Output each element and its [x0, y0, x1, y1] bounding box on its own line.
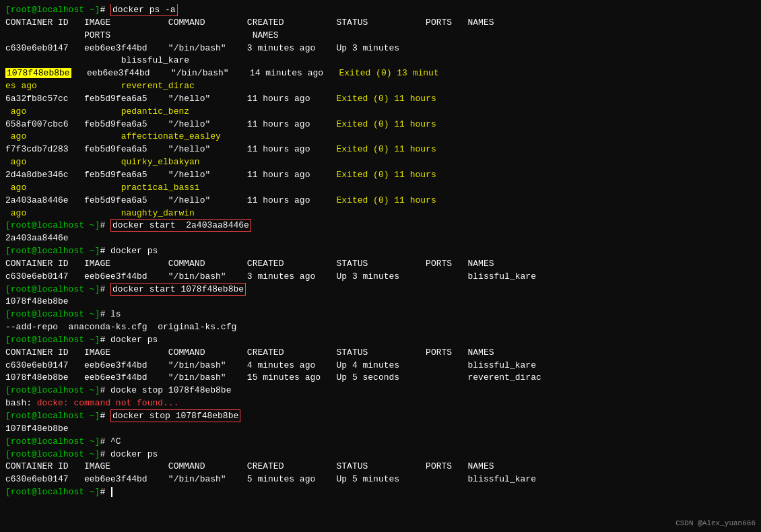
prompt-1: [root@localhost ~] [5, 5, 100, 15]
line-f7f3b: ago quirky_elbakyan [5, 156, 756, 169]
line-c630-name: blissful_kare [5, 55, 756, 67]
line-header-1: CONTAINER ID IMAGE COMMAND CREATED STATU… [5, 17, 756, 30]
line-658ab: ago affectionate_easley [5, 131, 756, 143]
line-6a32b: ago pedantic_benz [5, 106, 756, 119]
highlight-1078: 1078f48eb8be [5, 68, 71, 78]
highlight-cmd-2: docker start 2a403aa8446e [110, 219, 251, 232]
line-error: bash: docke: command not found... [5, 397, 756, 410]
line-1078-3: 1078f48eb8be eeb6ee3f44bd "/bin/bash" 15… [5, 372, 756, 385]
line-2a40b: ago naughty_darwin [5, 207, 756, 220]
watermark: CSDN @Alex_yuan666 [675, 519, 756, 529]
highlight-cmd-3: docker start 1078f48eb8be [110, 283, 246, 296]
line-2a40-output: 2a403aa8446e [5, 232, 756, 245]
line-658a: 658af007cbc6 feb5d9fea6a5 "/hello" 11 ho… [5, 119, 756, 131]
line-1078-output: 1078f48eb8be [5, 296, 756, 308]
highlight-cmd-1: docker ps -a [110, 4, 178, 16]
line-ports-header: PORTS NAMES [5, 30, 756, 42]
line-stop-1078: [root@localhost ~]# docker stop 1078f48e… [5, 410, 756, 423]
line-start-1078: [root@localhost ~]# docker start 1078f48… [5, 284, 756, 296]
line-c630-2: c630e6eb0147 eeb6ee3f44bd "/bin/bash" 3 … [5, 271, 756, 284]
line-ctrl-c: [root@localhost ~]# ^C [5, 436, 756, 448]
line-c630-3: c630e6eb0147 eeb6ee3f44bd "/bin/bash" 4 … [5, 360, 756, 372]
line-header-3: CONTAINER ID IMAGE COMMAND CREATED STATU… [5, 347, 756, 360]
line-2d4ab: ago practical_bassi [5, 182, 756, 195]
line-docke-typo: [root@localhost ~]# docke stop 1078f48eb… [5, 385, 756, 397]
terminal: [root@localhost ~]# docker ps -a CONTAIN… [5, 4, 756, 528]
line-start-2a40: [root@localhost ~]# docker start 2a403aa… [5, 220, 756, 232]
line-header-4: CONTAINER ID IMAGE COMMAND CREATED STATU… [5, 461, 756, 473]
cmd-1: # [100, 5, 110, 15]
line-c630: c630e6eb0147 eeb6ee3f44bd "/bin/bash" 3 … [5, 42, 756, 55]
line-6a32: 6a32fb8c57cc feb5d9fea6a5 "/hello" 11 ho… [5, 93, 756, 106]
line-stop-output: 1078f48eb8be [5, 423, 756, 436]
line-2a40: 2a403aa8446e feb5d9fea6a5 "/hello" 11 ho… [5, 195, 756, 207]
line-1078: 1078f48eb8be eeb6ee3f44bd "/bin/bash" 14… [5, 67, 756, 80]
highlight-cmd-4: docker stop 1078f48eb8be [110, 409, 240, 422]
line-final-prompt[interactable]: [root@localhost ~]# [5, 486, 756, 499]
line-docker-ps-3: [root@localhost ~]# docker ps [5, 448, 756, 461]
line-1078b: es ago reverent_dirac [5, 80, 756, 93]
line-header-2: CONTAINER ID IMAGE COMMAND CREATED STATU… [5, 258, 756, 271]
line-docker-ps-1: [root@localhost ~]# docker ps [5, 245, 756, 258]
line-2d4a: 2d4a8dbe346c feb5d9fea6a5 "/hello" 11 ho… [5, 169, 756, 182]
line-ls-output: --add-repo anaconda-ks.cfg original-ks.c… [5, 321, 756, 334]
line-f7f3: f7f3cdb7d283 feb5d9fea6a5 "/hello" 11 ho… [5, 143, 756, 156]
line-c630-4: c630e6eb0147 eeb6ee3f44bd "/bin/bash" 5 … [5, 473, 756, 486]
line-1: [root@localhost ~]# docker ps -a [5, 4, 756, 17]
line-docker-ps-2: [root@localhost ~]# docker ps [5, 334, 756, 347]
line-ls: [root@localhost ~]# ls [5, 308, 756, 321]
